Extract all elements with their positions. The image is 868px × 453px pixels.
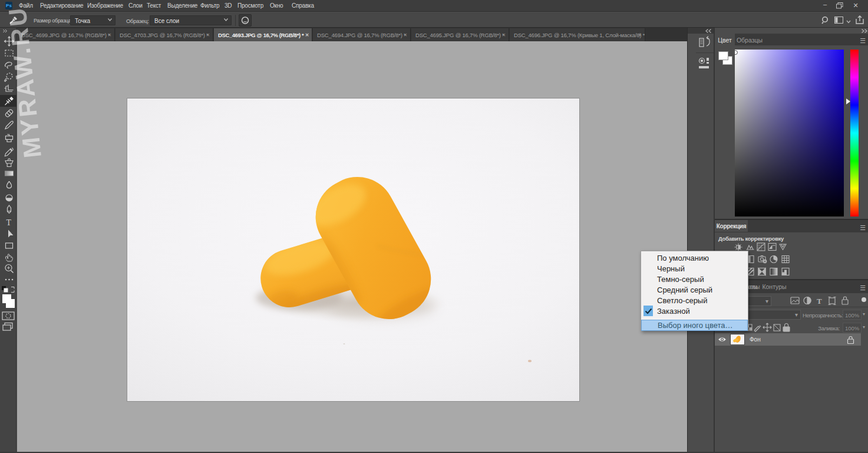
svg-text:T: T xyxy=(6,218,12,227)
svg-text:T: T xyxy=(817,297,822,306)
